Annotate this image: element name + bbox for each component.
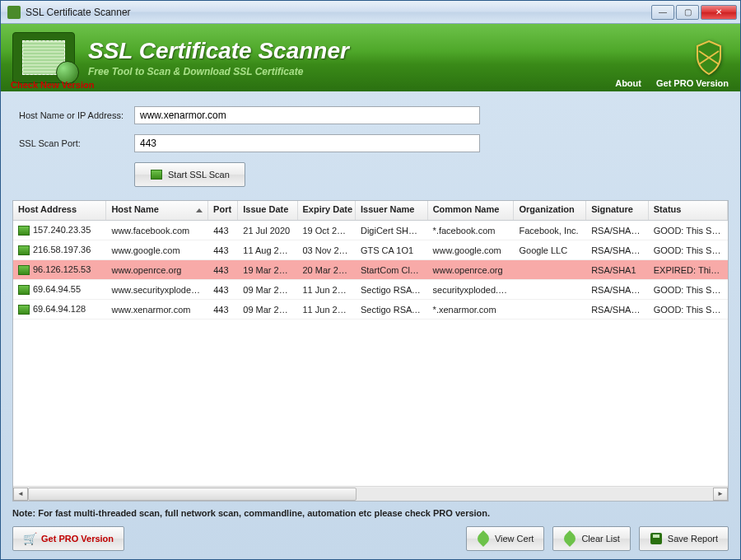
maximize-button[interactable]: ▢ bbox=[676, 5, 699, 20]
table-row[interactable]: 157.240.23.35www.facebook.com44321 Jul 2… bbox=[13, 221, 728, 240]
table-row[interactable]: 216.58.197.36www.google.com44311 Aug 202… bbox=[13, 240, 728, 260]
table-cell: www.google.com bbox=[106, 245, 208, 255]
table-cell: www.xenarmor.com bbox=[106, 305, 208, 315]
leaf-icon bbox=[563, 532, 576, 545]
pro-note: Note: For fast multi-threaded scan, full… bbox=[12, 508, 729, 518]
cart-icon: 🛒 bbox=[23, 532, 36, 545]
table-cell: 96.126.125.53 bbox=[13, 264, 106, 275]
about-link[interactable]: About bbox=[615, 78, 641, 88]
header-subtitle: Free Tool to Scan & Download SSL Certifi… bbox=[88, 66, 689, 77]
table-body: 157.240.23.35www.facebook.com44321 Jul 2… bbox=[13, 221, 728, 486]
table-cell: GOOD: This SSL ce bbox=[649, 226, 728, 236]
check-new-version-link[interactable]: Check New Version bbox=[11, 80, 95, 90]
table-cell: 09 Mar 2020 bbox=[238, 305, 297, 315]
table-cell: RSA/SHA256 bbox=[586, 226, 649, 236]
column-header[interactable]: Host Address bbox=[13, 201, 106, 220]
table-cell: 09 Mar 2020 bbox=[238, 285, 297, 295]
column-header[interactable]: Signature bbox=[586, 201, 649, 220]
table-row[interactable]: 96.126.125.53www.openrce.org44319 Mar 20… bbox=[13, 260, 728, 280]
minimize-button[interactable]: — bbox=[651, 5, 674, 20]
cert-icon bbox=[18, 265, 30, 275]
app-icon bbox=[7, 6, 21, 19]
table-cell: 11 Jun 2022 bbox=[297, 305, 355, 315]
cert-icon bbox=[18, 305, 30, 315]
column-header[interactable]: Host Name bbox=[106, 201, 208, 220]
table-cell: GOOD: This SSL ce bbox=[649, 245, 728, 255]
view-cert-button[interactable]: View Cert bbox=[466, 526, 544, 551]
results-table: Host AddressHost NamePortIssue DateExpir… bbox=[12, 200, 729, 502]
table-cell: securityxploded.com bbox=[428, 285, 515, 295]
table-cell: RSA/SHA1 bbox=[586, 265, 649, 275]
table-cell: RSA/SHA256 bbox=[586, 285, 649, 295]
table-cell: GOOD: This SSL ce bbox=[649, 305, 728, 315]
table-cell: www.openrce.org bbox=[428, 265, 515, 275]
table-cell: www.securityxploded.com bbox=[106, 285, 208, 295]
scroll-thumb[interactable] bbox=[28, 488, 357, 501]
table-row[interactable]: 69.64.94.55www.securityxploded.com44309 … bbox=[13, 280, 728, 300]
save-report-button[interactable]: Save Report bbox=[639, 526, 729, 551]
close-button[interactable]: ✕ bbox=[701, 5, 737, 20]
table-cell: 03 Nov 2020 bbox=[297, 245, 355, 255]
get-pro-button[interactable]: 🛒 Get PRO Version bbox=[12, 526, 124, 551]
column-header[interactable]: Issue Date bbox=[238, 201, 297, 220]
column-header[interactable]: Status bbox=[649, 201, 728, 220]
table-cell: RSA/SHA256 bbox=[586, 305, 649, 315]
table-cell: 216.58.197.36 bbox=[13, 245, 106, 255]
table-cell: Google LLC bbox=[514, 245, 586, 255]
table-cell: 69.64.94.128 bbox=[13, 304, 106, 315]
table-row[interactable]: 69.64.94.128www.xenarmor.com44309 Mar 20… bbox=[13, 300, 728, 320]
horizontal-scrollbar[interactable]: ◄ ► bbox=[13, 486, 728, 501]
header-banner: SSL Certificate Scanner Free Tool to Sca… bbox=[1, 24, 740, 91]
table-cell: GTS CA 1O1 bbox=[356, 245, 428, 255]
app-logo bbox=[12, 32, 75, 83]
scan-icon bbox=[150, 168, 163, 181]
window-title: SSL Certificate Scanner bbox=[26, 7, 651, 18]
table-cell: EXPIRED: This SSL bbox=[649, 265, 728, 275]
app-window: SSL Certificate Scanner — ▢ ✕ SSL Certif… bbox=[0, 0, 741, 560]
table-cell: 69.64.94.55 bbox=[13, 284, 106, 295]
window-controls: — ▢ ✕ bbox=[651, 5, 737, 20]
shield-icon bbox=[689, 38, 729, 77]
table-cell: 443 bbox=[208, 226, 238, 236]
header-title: SSL Certificate Scanner bbox=[88, 38, 689, 64]
host-label: Host Name or IP Address: bbox=[19, 110, 134, 120]
table-cell: GOOD: This SSL ce bbox=[649, 285, 728, 295]
table-cell: Sectigo RSA Do... bbox=[356, 305, 428, 315]
table-cell: RSA/SHA256 bbox=[586, 245, 649, 255]
disk-icon bbox=[650, 532, 663, 545]
scroll-right-arrow[interactable]: ► bbox=[713, 488, 728, 501]
leaf-icon bbox=[477, 532, 490, 545]
cert-icon bbox=[18, 285, 30, 295]
column-header[interactable]: Issuer Name bbox=[356, 201, 428, 220]
table-cell: 443 bbox=[208, 305, 238, 315]
table-cell: Facebook, Inc. bbox=[514, 226, 586, 236]
table-cell: www.facebook.com bbox=[106, 226, 208, 236]
table-cell: 11 Aug 2020 bbox=[238, 245, 297, 255]
table-cell: Sectigo RSA Do... bbox=[356, 285, 428, 295]
start-scan-button[interactable]: Start SSL Scan bbox=[134, 162, 245, 187]
titlebar[interactable]: SSL Certificate Scanner — ▢ ✕ bbox=[1, 1, 740, 24]
column-header[interactable]: Port bbox=[208, 201, 238, 220]
table-cell: 20 Mar 2013 bbox=[297, 265, 355, 275]
table-cell: DigiCert SHA2 ... bbox=[356, 226, 428, 236]
clear-list-button[interactable]: Clear List bbox=[552, 526, 630, 551]
table-cell: *.facebook.com bbox=[428, 226, 515, 236]
host-input[interactable] bbox=[134, 106, 480, 124]
get-pro-link[interactable]: Get PRO Version bbox=[656, 78, 729, 88]
table-cell: 11 Jun 2022 bbox=[297, 285, 355, 295]
table-cell: 443 bbox=[208, 245, 238, 255]
table-cell: www.google.com bbox=[428, 245, 515, 255]
column-header[interactable]: Organization bbox=[514, 201, 586, 220]
table-cell: *.xenarmor.com bbox=[428, 305, 515, 315]
footer-buttons: 🛒 Get PRO Version View Cert Clear List S… bbox=[12, 526, 729, 551]
table-cell: 157.240.23.35 bbox=[13, 225, 106, 236]
column-header[interactable]: Common Name bbox=[428, 201, 515, 220]
table-cell: 19 Oct 2020 bbox=[297, 226, 355, 236]
table-cell: 19 Mar 2012 bbox=[238, 265, 297, 275]
cert-icon bbox=[18, 226, 30, 236]
cert-icon bbox=[18, 245, 30, 255]
scan-form: Host Name or IP Address: SSL Scan Port: … bbox=[12, 101, 729, 195]
scroll-left-arrow[interactable]: ◄ bbox=[13, 488, 28, 501]
column-header[interactable]: Expiry Date bbox=[298, 201, 357, 220]
port-input[interactable] bbox=[134, 134, 480, 152]
